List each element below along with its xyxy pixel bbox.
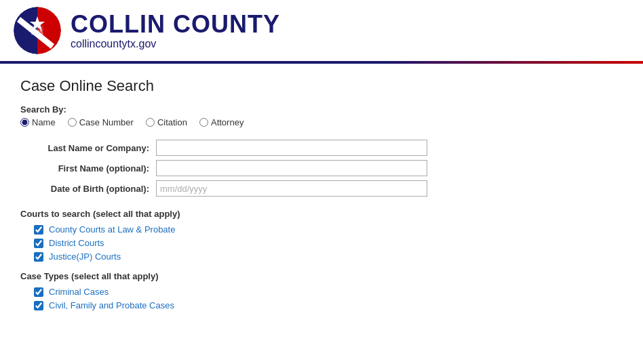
- county-courts-label: County Courts at Law & Probate: [49, 224, 175, 235]
- case-types-checkbox-group: Criminal Cases Civil, Family and Probate…: [20, 287, 623, 310]
- radio-attorney[interactable]: Attorney: [199, 117, 243, 127]
- radio-case-number-label: Case Number: [79, 117, 134, 127]
- site-header: COLLIN COUNTY COLLIN COUNTY collincounty…: [0, 0, 643, 61]
- radio-case-number[interactable]: Case Number: [68, 117, 134, 127]
- checkbox-civil-family[interactable]: Civil, Family and Probate Cases: [34, 300, 623, 310]
- last-name-label: Last Name or Company:: [20, 143, 156, 153]
- radio-citation[interactable]: Citation: [146, 117, 187, 127]
- first-name-label: First Name (optional):: [20, 163, 156, 174]
- civil-family-label: Civil, Family and Probate Cases: [49, 300, 174, 310]
- search-by-radio-group: Name Case Number Citation Attorney: [20, 117, 623, 127]
- last-name-input[interactable]: [156, 140, 427, 156]
- checkbox-county-courts[interactable]: County Courts at Law & Probate: [34, 224, 623, 235]
- justice-courts-label: Justice(JP) Courts: [49, 251, 121, 262]
- checkbox-criminal-cases[interactable]: Criminal Cases: [34, 287, 623, 297]
- criminal-cases-label: Criminal Cases: [49, 287, 109, 297]
- radio-citation-label: Citation: [157, 117, 187, 127]
- dob-input[interactable]: [156, 180, 427, 197]
- radio-name-label: Name: [32, 117, 56, 127]
- radio-name[interactable]: Name: [20, 117, 56, 127]
- header-text-block: COLLIN COUNTY collincountytx.gov: [71, 11, 280, 50]
- courts-section-label: Courts to search (select all that apply): [20, 209, 623, 219]
- site-title: COLLIN COUNTY: [71, 11, 280, 38]
- search-form: Last Name or Company: First Name (option…: [20, 140, 623, 197]
- dob-row: Date of Birth (optional):: [20, 180, 623, 197]
- checkbox-district-courts[interactable]: District Courts: [34, 238, 623, 248]
- main-content: Case Online Search Search By: Name Case …: [0, 64, 643, 333]
- page-title: Case Online Search: [20, 77, 623, 95]
- first-name-input[interactable]: [156, 160, 427, 176]
- radio-attorney-label: Attorney: [211, 117, 243, 127]
- dob-label: Date of Birth (optional):: [20, 184, 156, 194]
- search-by-label: Search By:: [20, 104, 623, 115]
- last-name-row: Last Name or Company:: [20, 140, 623, 156]
- checkbox-justice-courts[interactable]: Justice(JP) Courts: [34, 251, 623, 262]
- svg-text:COUNTY: COUNTY: [32, 32, 43, 35]
- first-name-row: First Name (optional):: [20, 160, 623, 176]
- case-types-section-label: Case Types (select all that apply): [20, 271, 623, 281]
- courts-checkbox-group: County Courts at Law & Probate District …: [20, 224, 623, 262]
- site-url: collincountytx.gov: [71, 38, 280, 50]
- district-courts-label: District Courts: [49, 238, 104, 248]
- county-logo: COLLIN COUNTY: [14, 7, 61, 54]
